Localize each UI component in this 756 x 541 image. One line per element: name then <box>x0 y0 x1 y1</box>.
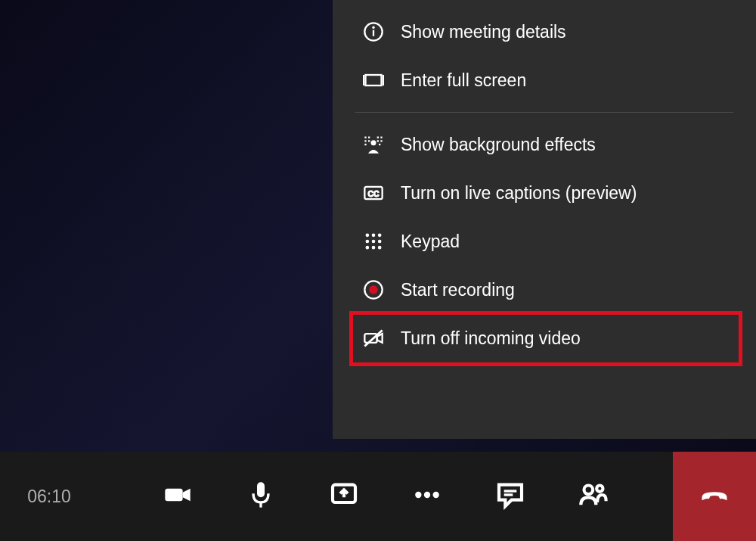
svg-text:CC: CC <box>367 189 380 198</box>
svg-point-20 <box>378 240 381 243</box>
svg-point-34 <box>433 492 439 498</box>
hangup-button[interactable] <box>673 452 756 541</box>
svg-rect-3 <box>366 75 382 86</box>
toolbar-buttons-group <box>98 452 673 541</box>
more-icon <box>412 480 442 513</box>
menu-item-fullscreen[interactable]: Enter full screen <box>333 56 756 104</box>
svg-point-33 <box>424 492 430 498</box>
meeting-timer: 06:10 <box>0 487 98 507</box>
svg-point-21 <box>366 246 369 249</box>
chat-button[interactable] <box>469 452 552 541</box>
svg-point-19 <box>372 240 375 243</box>
svg-point-17 <box>378 234 381 237</box>
background-effects-label: Show background effects <box>401 135 596 155</box>
svg-point-12 <box>371 140 376 145</box>
camera-icon <box>163 480 193 513</box>
menu-item-start-recording[interactable]: Start recording <box>333 266 756 314</box>
svg-rect-29 <box>257 482 265 497</box>
keypad-label: Keypad <box>401 232 460 252</box>
share-button[interactable] <box>302 452 386 541</box>
svg-point-38 <box>596 486 603 492</box>
menu-item-keypad[interactable]: Keypad <box>333 217 756 266</box>
turn-off-video-label: Turn off incoming video <box>401 328 581 349</box>
live-captions-label: Turn on live captions (preview) <box>401 183 637 204</box>
video-off-icon <box>355 328 392 349</box>
chat-icon <box>495 480 525 513</box>
more-actions-menu: Show meeting details Enter full screen <box>333 0 756 439</box>
more-actions-button[interactable] <box>386 452 469 541</box>
svg-point-18 <box>366 240 369 243</box>
background-effects-icon <box>355 134 392 155</box>
menu-item-meeting-details[interactable]: Show meeting details <box>333 8 756 56</box>
mic-icon <box>246 480 276 513</box>
fullscreen-label: Enter full screen <box>401 70 526 91</box>
svg-point-23 <box>378 246 381 249</box>
svg-point-32 <box>415 492 421 498</box>
menu-item-turn-off-video[interactable]: Turn off incoming video <box>333 314 756 362</box>
info-icon <box>355 21 392 42</box>
record-icon <box>355 279 392 300</box>
menu-item-live-captions[interactable]: CC Turn on live captions (preview) <box>333 169 756 217</box>
hangup-icon <box>698 478 731 515</box>
svg-point-15 <box>366 234 369 237</box>
menu-item-background-effects[interactable]: Show background effects <box>333 120 756 169</box>
share-icon <box>329 480 359 513</box>
mic-button[interactable] <box>219 452 302 541</box>
people-icon <box>578 480 609 513</box>
svg-point-22 <box>372 246 375 249</box>
svg-point-16 <box>372 234 375 237</box>
meeting-toolbar: 06:10 <box>0 452 756 541</box>
svg-line-27 <box>364 331 382 347</box>
menu-divider <box>355 112 733 113</box>
svg-point-37 <box>584 486 593 495</box>
captions-icon: CC <box>355 182 392 204</box>
svg-rect-28 <box>165 489 182 502</box>
svg-point-25 <box>369 285 378 294</box>
svg-point-2 <box>373 26 374 28</box>
meeting-details-label: Show meeting details <box>401 22 566 42</box>
participants-button[interactable] <box>552 452 635 541</box>
camera-button[interactable] <box>136 452 219 541</box>
start-recording-label: Start recording <box>401 280 515 300</box>
keypad-icon <box>355 231 392 252</box>
fullscreen-icon <box>355 70 392 91</box>
